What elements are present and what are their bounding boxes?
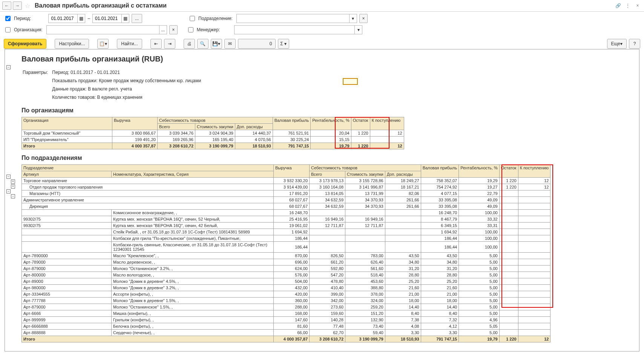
menu-icon[interactable]: ⋮	[624, 2, 632, 10]
org-input[interactable]: ...	[46, 25, 167, 34]
podrazd-dropdown-icon[interactable]: ▾	[349, 14, 357, 23]
date-from-input[interactable]: ▦	[48, 14, 85, 23]
report-viewport[interactable]: − − + + − − Валовая прибыль организаций …	[5, 49, 639, 51]
date-to-picker-icon[interactable]: ▦	[121, 14, 129, 23]
variants-button[interactable]: 📋▾	[97, 39, 109, 49]
podrazd-checkbox[interactable]	[190, 16, 195, 21]
org-checkbox[interactable]	[5, 27, 11, 32]
counter-field[interactable]: 0	[238, 39, 276, 49]
period-checkbox[interactable]	[5, 16, 11, 21]
manager-dropdown-icon[interactable]: ▾	[354, 26, 362, 34]
org-more-icon[interactable]: ...	[159, 26, 167, 34]
podrazd-input[interactable]: ▾	[236, 14, 357, 23]
manager-input[interactable]: ▾	[234, 25, 362, 34]
link-icon[interactable]: 🔗	[614, 2, 622, 10]
page-title: Валовая прибыль организаций с остатками	[35, 2, 167, 9]
print-button[interactable]: 🖨	[184, 39, 195, 49]
favorite-icon[interactable]: ☆	[23, 2, 32, 9]
date-from-field[interactable]	[49, 15, 77, 22]
find-button[interactable]: Найти...	[117, 39, 142, 49]
save-button[interactable]: 💾▾	[211, 39, 222, 49]
help-button[interactable]: ?	[629, 39, 640, 49]
manager-checkbox[interactable]	[188, 27, 193, 32]
form-button[interactable]: Сформировать	[4, 39, 46, 49]
date-from-picker-icon[interactable]: ▦	[77, 14, 85, 23]
close-icon[interactable]: ×	[633, 2, 642, 10]
more-button[interactable]: Еще ▾	[607, 39, 627, 49]
org-clear-button[interactable]: ×	[169, 25, 178, 34]
podrazd-clear-button[interactable]: ×	[359, 14, 368, 23]
date-to-input[interactable]: ▦	[92, 14, 129, 23]
podrazd-label: Подразделение:	[198, 16, 233, 21]
org-label: Организация:	[14, 27, 43, 32]
org-field[interactable]	[47, 26, 159, 34]
back-button[interactable]: ←	[2, 2, 11, 10]
manager-label: Менеджер:	[197, 27, 220, 32]
podrazd-field[interactable]	[237, 15, 349, 22]
mail-button[interactable]: ✉	[224, 39, 236, 49]
date-dash: –	[87, 16, 90, 21]
date-to-field[interactable]	[93, 15, 121, 22]
manager-field[interactable]	[235, 26, 354, 34]
preview-button[interactable]: 🔍	[197, 39, 209, 49]
period-label: Период:	[14, 16, 31, 21]
sum-button[interactable]: Σ ▾	[278, 39, 289, 49]
forward-button[interactable]: →	[13, 2, 22, 10]
settings-button[interactable]: Настройки...	[55, 39, 89, 49]
period-more-button[interactable]: ...	[132, 14, 142, 23]
collapse-button[interactable]: ⇥	[164, 39, 175, 49]
expand-button[interactable]: ⇤	[150, 39, 162, 49]
